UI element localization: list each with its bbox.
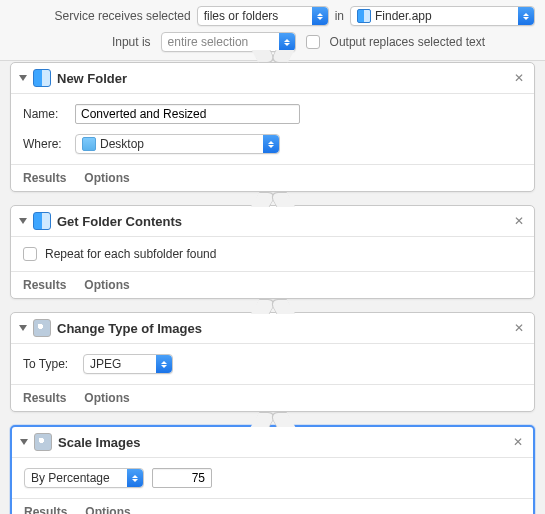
where-value: Desktop [100, 137, 144, 151]
to-type-select[interactable]: JPEG [83, 354, 173, 374]
connector-icon [10, 412, 535, 426]
finder-icon [357, 9, 371, 23]
service-receives-label: Service receives selected [55, 9, 191, 23]
chevron-updown-icon [127, 469, 143, 487]
scale-value-input[interactable] [152, 468, 212, 488]
options-button[interactable]: Options [84, 171, 129, 185]
where-select[interactable]: Desktop [75, 134, 280, 154]
input-scope-value: entire selection [168, 35, 249, 49]
options-button[interactable]: Options [84, 391, 129, 405]
finder-icon [33, 69, 51, 87]
chevron-updown-icon [263, 135, 279, 153]
preview-icon [33, 319, 51, 337]
disclosure-triangle-icon[interactable] [20, 439, 28, 445]
connector-icon [10, 192, 535, 206]
results-button[interactable]: Results [23, 171, 66, 185]
folder-name-input[interactable] [75, 104, 300, 124]
disclosure-triangle-icon[interactable] [19, 75, 27, 81]
to-type-value: JPEG [90, 357, 121, 371]
close-icon[interactable]: ✕ [512, 321, 526, 335]
action-title: New Folder [57, 71, 506, 86]
app-value: Finder.app [375, 9, 432, 23]
disclosure-triangle-icon[interactable] [19, 325, 27, 331]
scale-mode-value: By Percentage [31, 471, 110, 485]
app-select[interactable]: Finder.app [350, 6, 535, 26]
action-scale-images[interactable]: Scale Images ✕ By Percentage Results Opt… [10, 425, 535, 514]
input-scope-select[interactable]: entire selection [161, 32, 296, 52]
connector-icon [10, 299, 535, 313]
folder-icon [82, 137, 96, 151]
close-icon[interactable]: ✕ [511, 435, 525, 449]
chevron-updown-icon [518, 7, 534, 25]
chevron-updown-icon [156, 355, 172, 373]
output-replaces-checkbox[interactable] [306, 35, 320, 49]
action-get-folder-contents: Get Folder Contents ✕ Repeat for each su… [10, 205, 535, 299]
input-is-label: Input is [112, 35, 151, 49]
close-icon[interactable]: ✕ [512, 214, 526, 228]
action-title: Get Folder Contents [57, 214, 506, 229]
input-type-select[interactable]: files or folders [197, 6, 329, 26]
results-button[interactable]: Results [23, 278, 66, 292]
options-button[interactable]: Options [85, 505, 130, 514]
output-replaces-label: Output replaces selected text [330, 35, 485, 49]
options-button[interactable]: Options [84, 278, 129, 292]
action-title: Change Type of Images [57, 321, 506, 336]
chevron-updown-icon [279, 33, 295, 51]
to-type-label: To Type: [23, 357, 75, 371]
results-button[interactable]: Results [23, 391, 66, 405]
in-label: in [335, 9, 344, 23]
action-change-type-of-images: Change Type of Images ✕ To Type: JPEG Re… [10, 312, 535, 412]
repeat-subfolder-checkbox[interactable] [23, 247, 37, 261]
workflow-canvas: New Folder ✕ Name: Where: Desktop Result… [0, 51, 545, 514]
results-button[interactable]: Results [24, 505, 67, 514]
action-title: Scale Images [58, 435, 505, 450]
scale-mode-select[interactable]: By Percentage [24, 468, 144, 488]
where-label: Where: [23, 137, 67, 151]
close-icon[interactable]: ✕ [512, 71, 526, 85]
repeat-subfolder-label: Repeat for each subfolder found [45, 247, 216, 261]
input-type-value: files or folders [204, 9, 279, 23]
finder-icon [33, 212, 51, 230]
chevron-updown-icon [312, 7, 328, 25]
name-label: Name: [23, 107, 67, 121]
action-new-folder: New Folder ✕ Name: Where: Desktop Result… [10, 62, 535, 192]
preview-icon [34, 433, 52, 451]
disclosure-triangle-icon[interactable] [19, 218, 27, 224]
